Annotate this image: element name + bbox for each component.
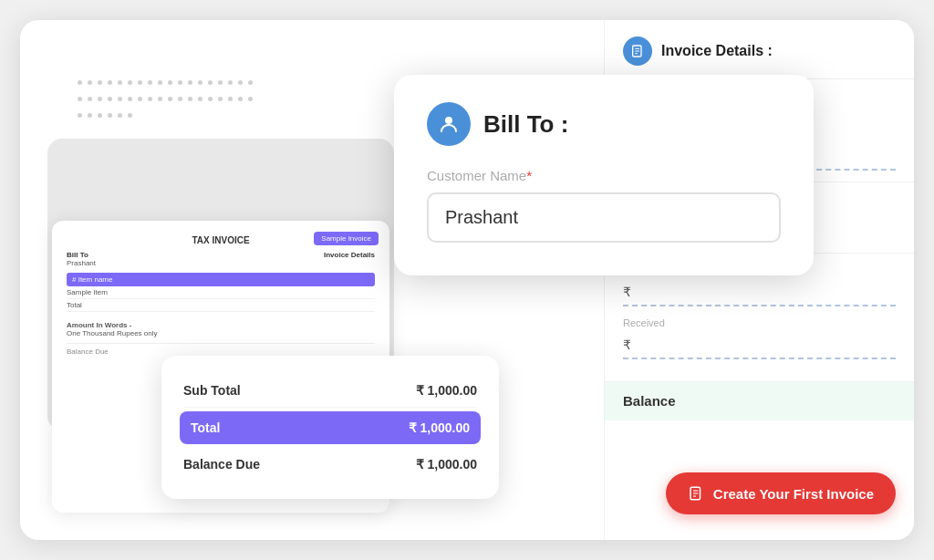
sample-invoice-badge: Sample Invoice [314,232,379,245]
total-label-inner: Total [67,301,82,309]
sub-total-label: Sub Total [183,383,241,398]
invoice-details-icon [623,36,652,66]
right-received-label: Received [623,317,896,328]
invoice-details-label: Invoice Details [324,251,375,267]
svg-point-0 [445,117,452,124]
sample-item-row: Sample Item [67,286,375,299]
balance-due-label: Balance Due [183,457,260,472]
bill-to-name: Prashant [67,259,96,267]
summary-card: Sub Total ₹ 1,000.00 Total ₹ 1,000.00 Ba… [161,356,499,499]
bill-to-title: Bill To : [483,110,568,139]
balance-due-row: Balance Due ₹ 1,000.00 [183,448,477,481]
sub-total-value: ₹ 1,000.00 [416,383,477,398]
bill-to-header: Bill To : [427,102,781,146]
bill-to-popup: Bill To : Customer Name* [394,75,814,275]
right-invoice-amount-input[interactable]: ₹ [623,279,896,306]
bill-to-avatar [427,102,471,146]
balance-label: Balance [623,393,676,409]
invoice-details-title: Invoice Details : [661,43,773,59]
create-invoice-button[interactable]: Create Your First Invoice [666,472,896,514]
invoice-details-header-row: Invoice Details : [605,20,914,79]
item-name: Sample Item [67,288,108,296]
bill-to-label: Bill To [67,251,96,259]
total-row-inner: Total [67,299,375,312]
invoice-bill-row: Bill To Prashant Invoice Details [67,251,375,267]
invoice-rupee-symbol: ₹ [623,285,631,299]
balance-due-value: ₹ 1,000.00 [416,457,477,472]
received-rupee-symbol: ₹ [623,337,631,352]
dots-pattern: for(let i=0;i<42;i++){ document.currentS… [75,75,257,148]
create-btn-label: Create Your First Invoice [713,486,874,502]
customer-name-label: Customer Name* [427,168,781,183]
balance-section: Balance [605,382,914,420]
total-label: Total [191,420,220,435]
amount-in-words: Amount In Words - One Thousand Rupees on… [67,321,375,337]
items-header: # Item name [67,273,375,286]
customer-name-input[interactable] [427,192,781,243]
balance-due-inner: Balance Due [67,343,375,356]
right-received-input[interactable]: ₹ [623,332,896,359]
sub-total-row: Sub Total ₹ 1,000.00 [183,374,477,408]
main-container: for(let i=0;i<42;i++){ document.currentS… [20,20,914,540]
total-value: ₹ 1,000.00 [409,420,470,435]
total-row: Total ₹ 1,000.00 [180,411,481,444]
